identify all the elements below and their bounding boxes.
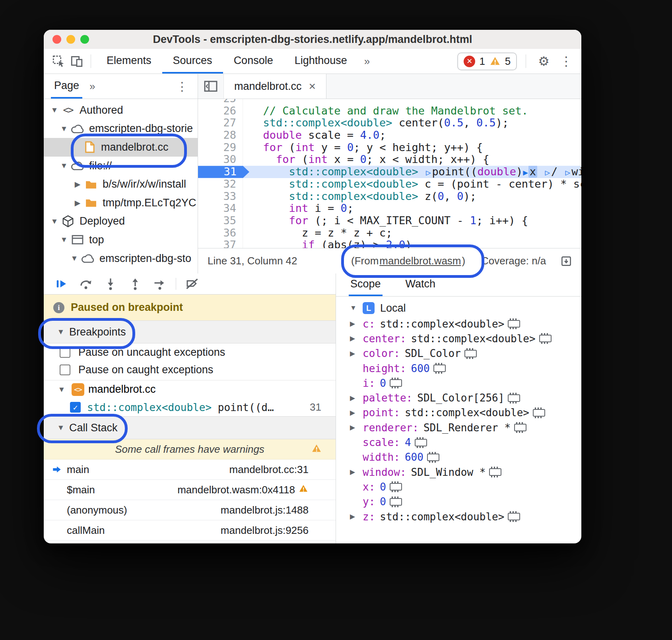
scope-var-color[interactable]: ▶ color: SDL_Color <box>336 346 581 361</box>
breakpoint-file-group[interactable]: ▼ <> mandelbrot.cc <box>44 380 336 398</box>
memory-inspector-icon[interactable] <box>508 513 520 520</box>
tree-item-deployed-domain[interactable]: ▼ emscripten-dbg-sto <box>44 249 198 268</box>
step-over-button[interactable] <box>77 276 95 292</box>
toggle-navigator-button[interactable] <box>198 74 224 99</box>
tab-elements[interactable]: Elements <box>96 49 162 74</box>
tab-sources[interactable]: Sources <box>162 49 223 74</box>
scope-var-window[interactable]: ▶ window: SDL_Window * <box>336 465 581 479</box>
step-out-button[interactable] <box>126 276 144 292</box>
memory-inspector-icon[interactable] <box>489 468 501 476</box>
memory-inspector-icon[interactable] <box>514 424 526 431</box>
line-number[interactable]: 27 <box>198 117 243 129</box>
memory-inspector-icon[interactable] <box>415 439 427 446</box>
coverage-panel-button[interactable] <box>560 248 573 273</box>
memory-inspector-icon[interactable] <box>433 365 446 372</box>
call-stack-section-header[interactable]: ▼ Call Stack <box>44 416 336 439</box>
code-line[interactable]: 25 <box>198 99 581 105</box>
minimize-window-button[interactable] <box>66 35 75 44</box>
frame-location[interactable]: mandelbrot.js:9256 <box>221 524 309 537</box>
resume-button[interactable] <box>52 276 70 292</box>
tree-item-mandelbrot-cc[interactable]: mandelbrot.cc <box>44 138 198 157</box>
tab-lighthouse[interactable]: Lighthouse <box>284 49 358 74</box>
breakpoint-checkbox[interactable]: ✓ <box>70 402 81 413</box>
frame-location[interactable]: mandelbrot.cc:31 <box>229 464 309 476</box>
code-line[interactable]: 26 // Calculate and draw the Mandelbrot … <box>198 105 581 117</box>
memory-inspector-icon[interactable] <box>390 498 402 506</box>
pause-caught-checkbox[interactable] <box>60 365 70 375</box>
scope-var-renderer[interactable]: ▶ renderer: SDL_Renderer * <box>336 420 581 435</box>
line-number[interactable]: 35 <box>198 215 243 227</box>
code-line[interactable]: 29 for (int y = 0; y < height; y++) { <box>198 142 581 154</box>
tab-scope[interactable]: Scope <box>349 273 383 296</box>
stack-frame-callmain[interactable]: callMain mandelbrot.js:9256 <box>44 520 336 541</box>
navigator-more-tabs-button[interactable]: » <box>82 74 103 99</box>
editor-tab-mandelbrot-cc[interactable]: mandelbrot.cc × <box>224 74 326 99</box>
code-line[interactable]: 28 double scale = 4.0; <box>198 129 581 142</box>
scope-local-header[interactable]: ▼ L Local <box>336 300 581 316</box>
close-tab-button[interactable]: × <box>309 80 316 92</box>
tree-item-domain[interactable]: ▼ emscripten-dbg-storie <box>44 120 198 138</box>
pause-uncaught-exceptions-row[interactable]: Pause on uncaught exceptions <box>44 343 336 361</box>
memory-inspector-icon[interactable] <box>390 483 402 491</box>
execution-line[interactable]: 31 std::complex<double> ▷point((double)▶… <box>198 166 581 178</box>
scope-var-palette[interactable]: ▶ palette: SDL_Color[256] <box>336 390 581 405</box>
line-number[interactable]: 32 <box>198 178 243 190</box>
line-number[interactable]: 33 <box>198 190 243 203</box>
memory-inspector-icon[interactable] <box>539 335 552 342</box>
issues-button[interactable]: ✕ 1 5 <box>457 52 517 70</box>
breakpoints-section-header[interactable]: ▼ Breakpoints <box>44 320 336 343</box>
line-number[interactable]: 36 <box>198 227 243 239</box>
wasm-link[interactable]: mandelbrot.wasm <box>379 255 461 267</box>
scope-var-y[interactable]: y: 0 <box>336 495 581 509</box>
code-line[interactable]: 34 int i = 0; <box>198 202 581 215</box>
line-number[interactable]: 30 <box>198 153 243 166</box>
scope-var-x[interactable]: x: 0 <box>336 479 581 494</box>
scope-var-scale[interactable]: scale: 4 <box>336 435 581 450</box>
line-number[interactable]: 26 <box>198 105 243 117</box>
code-line[interactable]: 33 std::complex<double> z(0, 0); <box>198 190 581 203</box>
code-line[interactable]: 35 for (; i < MAX_ITER_COUNT - 1; i++) { <box>198 215 581 227</box>
tree-item-deployed[interactable]: ▼ Deployed <box>44 212 198 231</box>
close-window-button[interactable] <box>52 35 61 44</box>
line-number[interactable]: 34 <box>198 202 243 215</box>
pause-uncaught-checkbox[interactable] <box>60 347 70 358</box>
code-line[interactable]: 27 std::complex<double> center(0.5, 0.5)… <box>198 117 581 129</box>
navigator-menu-button[interactable]: ⋮ <box>176 74 188 99</box>
line-number[interactable]: 37 <box>198 239 243 248</box>
inspect-element-button[interactable] <box>49 52 68 70</box>
step-button[interactable] <box>151 276 169 292</box>
scope-var-width[interactable]: width: 600 <box>336 450 581 465</box>
tree-item-tmp-folder[interactable]: ▶ tmp/tmp.ELcTq2YC <box>44 194 198 212</box>
code-line[interactable]: 30 for (int x = 0; x < width; x++) { <box>198 153 581 166</box>
memory-inspector-icon[interactable] <box>427 454 439 461</box>
deactivate-breakpoints-button[interactable] <box>183 276 201 292</box>
code-line[interactable]: 36 z = z * z + c; <box>198 227 581 239</box>
execution-line-marker[interactable]: 31 <box>198 166 249 178</box>
line-number[interactable]: 28 <box>198 129 243 142</box>
scope-var-point[interactable]: ▶ point: std::complex<double> <box>336 405 581 420</box>
memory-inspector-icon[interactable] <box>390 379 402 387</box>
more-panels-button[interactable]: » <box>358 49 377 74</box>
tab-page[interactable]: Page <box>51 74 82 99</box>
pause-caught-exceptions-row[interactable]: Pause on caught exceptions <box>44 361 336 378</box>
tree-item-top-frame[interactable]: ▼ top <box>44 231 198 249</box>
device-toolbar-button[interactable] <box>68 52 86 70</box>
tree-item-install-folder[interactable]: ▶ b/s/w/ir/x/w/install <box>44 175 198 194</box>
zoom-window-button[interactable] <box>80 35 89 44</box>
line-number[interactable]: 29 <box>198 142 243 154</box>
scope-var-c[interactable]: ▶ c: std::complex<double> <box>336 316 581 331</box>
main-menu-button[interactable]: ⋮ <box>557 54 576 69</box>
memory-inspector-icon[interactable] <box>464 350 477 357</box>
settings-button[interactable]: ⚙ <box>535 54 553 69</box>
memory-inspector-icon[interactable] <box>508 320 520 328</box>
tab-watch[interactable]: Watch <box>404 273 437 296</box>
code-editor[interactable]: 25 26 // Calculate and draw the Mandelbr… <box>198 99 581 248</box>
tree-item-file-protocol[interactable]: ▼ file:// <box>44 157 198 175</box>
frame-location[interactable]: mandelbrot.js:1488 <box>221 504 309 516</box>
breakpoint-entry[interactable]: ✓ std::complex<double> point((d… 31 <box>44 398 336 416</box>
stack-frame-main[interactable]: main mandelbrot.cc:31 <box>44 460 336 480</box>
scope-var-height[interactable]: height: 600 <box>336 361 581 376</box>
tree-item-authored[interactable]: ▼ <> Authored <box>44 101 198 120</box>
memory-inspector-icon[interactable] <box>508 394 520 402</box>
memory-inspector-icon[interactable] <box>533 409 545 417</box>
